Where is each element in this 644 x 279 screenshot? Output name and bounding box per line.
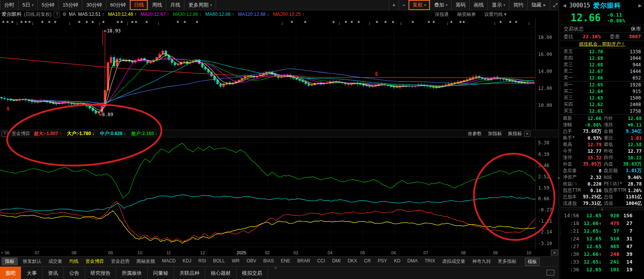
event-marker-icon[interactable]: ↕ bbox=[99, 21, 101, 25]
tick-row[interactable]: :3612.6510119 bbox=[563, 265, 642, 273]
indicator-tab-均线[interactable]: 均线 bbox=[66, 257, 82, 265]
tick-row[interactable]: :1812.66↑47527 bbox=[563, 219, 642, 227]
indicator-tab-TRIX[interactable]: TRIX bbox=[421, 257, 439, 265]
scroll-left-icon[interactable]: « bbox=[1, 250, 3, 255]
splitter-collapse-icon[interactable]: ▸ bbox=[558, 176, 560, 180]
open-account-link[interactable]: 抓住机会，即刻开户！ bbox=[579, 41, 625, 47]
event-marker-icon[interactable]: * bbox=[85, 19, 88, 26]
market-link-设置均线[interactable]: 设置均线 ▾ bbox=[484, 11, 506, 18]
book-row-卖二[interactable]: 卖二12.671444 bbox=[561, 68, 644, 74]
event-marker-icon[interactable]: * bbox=[384, 19, 387, 26]
book-row-买一[interactable]: 买一12.651928 bbox=[561, 81, 644, 88]
tick-row[interactable]: :3312.65↓24114 bbox=[563, 258, 642, 265]
nav-tab-大事[interactable]: 大事 bbox=[21, 267, 43, 279]
tick-row[interactable]: :3012.66↑24039 bbox=[563, 250, 642, 258]
indicator-tab-DKX[interactable]: DKX bbox=[344, 257, 361, 265]
book-row-买三[interactable]: 买三12.631500 bbox=[561, 95, 644, 101]
nav-tab-资讯[interactable]: 资讯 bbox=[43, 267, 64, 279]
tool-button-+[interactable]: + bbox=[389, 0, 399, 10]
event-marker-icon[interactable]: * bbox=[196, 19, 198, 26]
indicator-tab-WR[interactable]: WR bbox=[228, 257, 243, 265]
event-marker-icon[interactable]: * bbox=[304, 19, 307, 26]
event-marker-icon[interactable]: ↕ bbox=[32, 21, 34, 25]
event-marker-icon[interactable]: * bbox=[102, 19, 104, 26]
indicator-tab-资金博弈[interactable]: 资金博弈 bbox=[82, 257, 107, 265]
event-marker-icon[interactable]: ↕ bbox=[68, 21, 71, 25]
indicator-action-加指标[interactable]: 加指标 bbox=[488, 130, 502, 137]
event-marker-icon[interactable]: ↕ bbox=[400, 21, 402, 25]
event-marker-icon[interactable]: * bbox=[146, 19, 148, 26]
period-button-日线[interactable]: 日线 bbox=[130, 0, 148, 10]
event-marker-icon[interactable]: ↕ bbox=[494, 21, 496, 25]
event-marker-icon[interactable]: ↕ bbox=[368, 21, 371, 25]
indicator-tab-虚拟成交量[interactable]: 虚拟成交量 bbox=[439, 257, 469, 265]
event-marker-icon[interactable]: * bbox=[6, 19, 9, 26]
prev-stock-icon[interactable]: ◀ bbox=[563, 3, 566, 8]
indicator-action-改参数[interactable]: 改参数 bbox=[468, 130, 482, 137]
event-marker-icon[interactable]: * bbox=[358, 19, 360, 26]
event-marker-icon[interactable]: * bbox=[41, 19, 43, 26]
event-marker-icon[interactable]: * bbox=[78, 19, 80, 26]
event-marker-icon[interactable]: * bbox=[332, 19, 335, 26]
event-marker-icon[interactable]: * bbox=[177, 19, 179, 26]
indicator-tab-两融差额[interactable]: 两融差额 bbox=[133, 257, 158, 265]
nav-tab-股吧[interactable]: 股吧 bbox=[0, 267, 21, 279]
indicator-tab-神奇九转[interactable]: 神奇九转 bbox=[469, 257, 494, 265]
event-marker-icon[interactable]: * bbox=[515, 19, 517, 26]
event-marker-icon[interactable]: * bbox=[25, 19, 27, 26]
nav-tab-研究报告[interactable]: 研究报告 bbox=[85, 267, 116, 279]
period-button-周线[interactable]: 周线 bbox=[148, 0, 166, 10]
event-marker-icon[interactable]: * bbox=[450, 19, 453, 26]
event-marker-icon[interactable]: * bbox=[351, 19, 353, 26]
drag-handle-icon[interactable]: ≡ bbox=[275, 266, 277, 270]
indicator-tab-更多指标[interactable]: 更多指标 bbox=[494, 257, 520, 265]
template-button[interactable]: 模板 bbox=[525, 258, 540, 266]
event-marker-icon[interactable]: ↕ bbox=[281, 21, 283, 25]
event-marker-icon[interactable]: * bbox=[433, 19, 435, 26]
event-marker-icon[interactable]: ↕ bbox=[126, 21, 129, 25]
event-marker-icon[interactable]: * bbox=[392, 19, 394, 26]
book-row-买五[interactable]: 买五12.611758 bbox=[561, 108, 644, 114]
tool-button-画线[interactable]: 画线 bbox=[469, 0, 487, 10]
indicator-tab-BOLL[interactable]: BOLL bbox=[210, 257, 228, 265]
event-marker-icon[interactable]: * bbox=[459, 19, 462, 26]
help-icon[interactable]: ? bbox=[54, 12, 60, 17]
close-indicator-icon[interactable]: ✕ bbox=[524, 131, 530, 137]
period-button-5日[interactable]: 5日▾ bbox=[19, 0, 38, 10]
event-marker-icon[interactable]: * bbox=[428, 19, 430, 26]
nav-tab-问董秘[interactable]: 问董秘 bbox=[148, 267, 174, 279]
event-marker-icon[interactable]: * bbox=[412, 19, 414, 26]
event-marker-icon[interactable]: * bbox=[117, 19, 119, 26]
event-marker-icon[interactable]: * bbox=[2, 19, 4, 26]
indicator-tab-恢复默认[interactable]: 恢复默认 bbox=[19, 257, 45, 265]
tick-row[interactable]: :2112.65↓377 bbox=[563, 227, 642, 235]
event-marker-icon[interactable]: ↕ bbox=[528, 21, 530, 25]
nav-tab-公告[interactable]: 公告 bbox=[64, 267, 85, 279]
nav-tab-关联品种[interactable]: 关联品种 bbox=[174, 267, 205, 279]
indicator-tab-RSI[interactable]: RSI bbox=[195, 257, 210, 265]
indicator-tab-成交量[interactable]: 成交量 bbox=[45, 257, 66, 265]
event-marker-icon[interactable]: * bbox=[120, 19, 123, 26]
event-marker-icon[interactable]: ↕ bbox=[338, 21, 341, 25]
event-marker-icon[interactable]: * bbox=[54, 19, 56, 26]
event-marker-icon[interactable]: * bbox=[135, 19, 137, 26]
event-marker-icon[interactable]: * bbox=[92, 19, 94, 26]
indicator-tab-BIAS[interactable]: BIAS bbox=[260, 257, 277, 265]
tab-indicator-menu[interactable]: 指标 bbox=[2, 257, 18, 265]
book-row-卖一[interactable]: 卖一12.66652 bbox=[561, 74, 644, 81]
book-row-买二[interactable]: 买二12.64915 bbox=[561, 88, 644, 95]
indicator-tab-CR[interactable]: CR bbox=[361, 257, 374, 265]
next-stock-icon[interactable]: ▶ bbox=[639, 3, 642, 8]
period-button-5分钟[interactable]: 5分钟 bbox=[38, 0, 59, 10]
book-row-卖四[interactable]: 卖四12.691044 bbox=[561, 55, 644, 61]
period-button-15分钟[interactable]: 15分钟 bbox=[59, 0, 82, 10]
tool-button-显示[interactable]: 显示▾ bbox=[487, 0, 509, 10]
indicator-tab-PSY[interactable]: PSY bbox=[374, 257, 390, 265]
collapse-handle[interactable]: ▲ bbox=[561, 207, 644, 211]
tool-button-简约[interactable]: 简约 bbox=[509, 0, 527, 10]
event-marker-icon[interactable]: * bbox=[376, 19, 378, 26]
tool-button-复权[interactable]: 复权▾ bbox=[408, 0, 430, 10]
market-link-深股通[interactable]: 深股通 bbox=[435, 11, 449, 18]
nav-tab-所属板块[interactable]: 所属板块 bbox=[116, 267, 148, 279]
book-row-买四[interactable]: 买四12.622408 bbox=[561, 101, 644, 108]
